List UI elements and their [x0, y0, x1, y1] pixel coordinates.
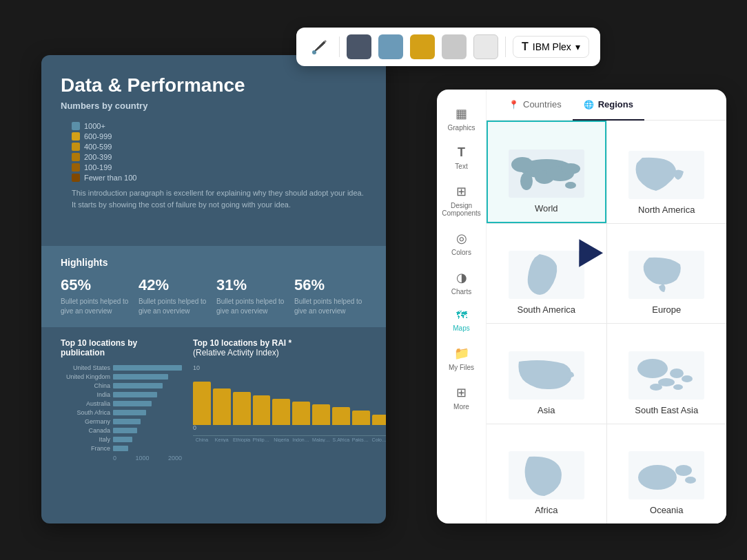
text-icon: T	[458, 145, 465, 160]
highlights-section: Highlights 65% Bullet points helped to g…	[41, 246, 386, 327]
map-cell-europe-label: Europe	[652, 304, 681, 315]
color-swatch-white[interactable]	[473, 34, 498, 59]
north-america-thumbnail	[628, 151, 704, 199]
font-name: IBM Plex	[533, 41, 571, 52]
map-cell-oceania-label: Oceania	[650, 505, 683, 515]
tabs: 📍 Countries 🌐 Regions	[487, 90, 726, 121]
map-cell-europe[interactable]: Europe	[607, 224, 727, 324]
sidebar-item-label-maps: Maps	[453, 324, 469, 332]
highlights-grid: 65% Bullet points helped to give an over…	[61, 276, 367, 316]
map-legend: 1000+ 600-999 400-599 200-399 100-199 Fe…	[72, 122, 367, 210]
graphics-icon: ▦	[456, 106, 467, 121]
map-cell-north-america[interactable]: North America	[607, 121, 727, 223]
tab-regions[interactable]: 🌐 Regions	[573, 90, 644, 121]
font-selector[interactable]: T IBM Plex ▾	[513, 36, 589, 58]
svg-point-29	[673, 384, 683, 390]
svg-point-0	[312, 50, 316, 54]
charts-section: Top 10 locations by publication United S…	[41, 327, 386, 473]
more-icon: ⊞	[456, 385, 467, 400]
bar-chart-horizontal: Top 10 locations by publication United S…	[61, 338, 182, 462]
south-east-asia-thumbnail	[628, 351, 704, 400]
sidebar-item-graphics[interactable]: ▦ Graphics	[441, 101, 482, 137]
files-icon: 📁	[454, 346, 469, 361]
highlights-title: Highlights	[61, 257, 367, 268]
toolbar-divider	[339, 37, 340, 57]
africa-thumbnail	[509, 451, 584, 499]
map-cell-world[interactable]: World	[487, 121, 606, 223]
charts-icon: ◑	[456, 270, 467, 285]
infographic-subtitle: Numbers by country	[61, 101, 367, 111]
paint-bucket-icon[interactable]	[307, 34, 332, 59]
svg-point-15	[561, 163, 580, 174]
chart1-title: Top 10 locations by publication	[61, 338, 182, 357]
europe-thumbnail	[628, 251, 704, 299]
map-cell-south-east-asia[interactable]: South East Asia	[607, 324, 727, 424]
highlight-2: 42% Bullet points helped to give an over…	[139, 276, 211, 316]
sidebar-item-label-text: Text	[455, 163, 467, 170]
oceania-thumbnail	[628, 451, 704, 499]
vbar-chart-bars	[193, 374, 386, 436]
sidebar-item-text[interactable]: T Text	[441, 140, 482, 176]
color-swatch-blue[interactable]	[378, 34, 403, 59]
map-cell-north-america-label: North America	[638, 205, 695, 215]
sidebar-item-label-files: My Files	[449, 364, 474, 371]
tab-regions-label: Regions	[598, 99, 633, 110]
dropdown-icon: ▾	[575, 41, 580, 52]
svg-point-26	[682, 375, 693, 382]
map-cell-asia-label: Asia	[538, 405, 555, 415]
infographic-panel: Data & Performance Numbers by country	[41, 55, 386, 523]
sidebar-item-design[interactable]: ⊞ Design Components	[441, 178, 482, 222]
map-cell-oceania[interactable]: Oceania	[607, 424, 727, 524]
map-cell-south-america-label: South America	[517, 304, 575, 315]
color-swatch-yellow[interactable]	[410, 34, 435, 59]
map-cell-south-east-asia-label: South East Asia	[635, 405, 698, 415]
design-icon: ⊞	[456, 184, 467, 199]
svg-point-17	[520, 172, 533, 190]
svg-point-34	[685, 477, 696, 484]
infographic-title: Data & Performance	[61, 74, 367, 96]
highlight-1: 65% Bullet points helped to give an over…	[61, 276, 133, 316]
tab-countries-label: Countries	[523, 99, 562, 110]
sidebar-item-label-design: Design Components	[442, 202, 481, 217]
toolbar-divider-2	[505, 37, 506, 57]
map-cell-world-label: World	[535, 203, 558, 214]
map-cell-africa[interactable]: Africa	[487, 424, 606, 524]
sidebar: ▦ Graphics T Text ⊞ Design Components ◎ …	[437, 90, 487, 523]
map-selector-panel: ▦ Graphics T Text ⊞ Design Components ◎ …	[437, 90, 726, 523]
sidebar-item-label-more: More	[453, 403, 469, 411]
map-cell-asia[interactable]: Asia	[487, 324, 606, 424]
countries-tab-icon: 📍	[509, 100, 519, 110]
chart2-title: Top 10 locations by RAI *(Relative Activ…	[193, 338, 386, 357]
map-description: This introduction paragraph is excellent…	[72, 187, 367, 210]
map-cell-africa-label: Africa	[535, 505, 557, 515]
color-swatch-dark[interactable]	[347, 34, 371, 59]
map-section: 1000+ 600-999 400-599 200-399 100-199 Fe…	[41, 122, 386, 235]
svg-point-33	[675, 465, 692, 476]
sidebar-item-more[interactable]: ⊞ More	[441, 380, 482, 416]
regions-tab-icon: 🌐	[584, 100, 594, 110]
sidebar-item-label-colors: Colors	[451, 249, 471, 256]
content-area: 📍 Countries 🌐 Regions	[487, 90, 726, 523]
color-swatch-light[interactable]	[442, 34, 467, 59]
sidebar-item-files[interactable]: 📁 My Files	[441, 340, 482, 377]
sidebar-item-charts[interactable]: ◑ Charts	[441, 265, 482, 301]
sidebar-item-label-graphics: Graphics	[447, 124, 475, 132]
bar-chart-rows: United States United Kingdom China India…	[61, 364, 182, 452]
bar-chart-vertical: Top 10 locations by RAI *(Relative Activ…	[193, 338, 386, 462]
map-cell-south-america[interactable]: South America	[487, 224, 606, 324]
svg-rect-23	[628, 351, 704, 400]
svg-point-18	[565, 182, 576, 189]
toolbar: T IBM Plex ▾	[296, 28, 600, 66]
sidebar-item-colors[interactable]: ◎ Colors	[441, 225, 482, 262]
colors-icon: ◎	[456, 231, 467, 246]
sidebar-item-maps[interactable]: 🗺 Maps	[441, 304, 482, 338]
vbar-labels: China Kenya Ethiopia Philippines Nigeria…	[193, 437, 386, 442]
chart1-axis: 0 1000 2000	[61, 455, 182, 462]
svg-point-32	[638, 465, 677, 490]
highlight-3: 31% Bullet points helped to give an over…	[216, 276, 289, 316]
asia-thumbnail	[509, 351, 584, 400]
svg-point-28	[650, 384, 662, 391]
maps-icon: 🗺	[456, 309, 467, 322]
tab-countries[interactable]: 📍 Countries	[498, 90, 573, 121]
svg-point-24	[637, 359, 668, 378]
